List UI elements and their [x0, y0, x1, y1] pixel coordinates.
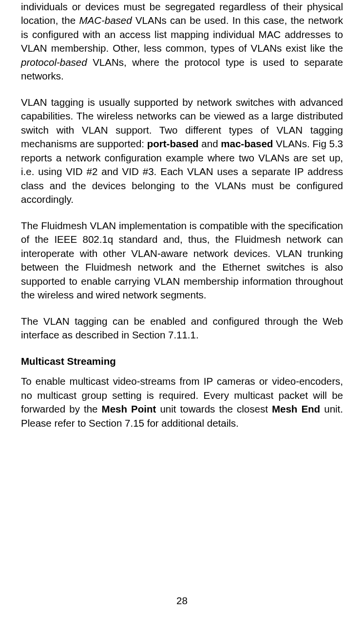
paragraph-4: The VLAN tagging can be enabled and conf…: [21, 315, 343, 342]
paragraph-3: The Fluidmesh VLAN implementation is com…: [21, 219, 343, 302]
page-number: 28: [0, 595, 364, 607]
italic-text: protocol-based: [21, 57, 87, 68]
bold-text: Mesh Point: [102, 403, 156, 414]
bold-text: port-based: [147, 138, 199, 149]
section-heading: Multicast Streaming: [21, 355, 343, 368]
paragraph-2: VLAN tagging is usually supported by net…: [21, 96, 343, 207]
bold-text: Mesh End: [272, 403, 320, 414]
bold-text: mac-based: [221, 138, 273, 149]
paragraph-5: To enable multicast video-streams from I…: [21, 375, 343, 430]
paragraph-1: individuals or devices must be segregate…: [21, 0, 343, 83]
document-content: individuals or devices must be segregate…: [21, 0, 343, 430]
text: and: [199, 138, 221, 149]
italic-text: MAC-based: [79, 15, 132, 26]
text: unit towards the closest: [156, 403, 272, 414]
